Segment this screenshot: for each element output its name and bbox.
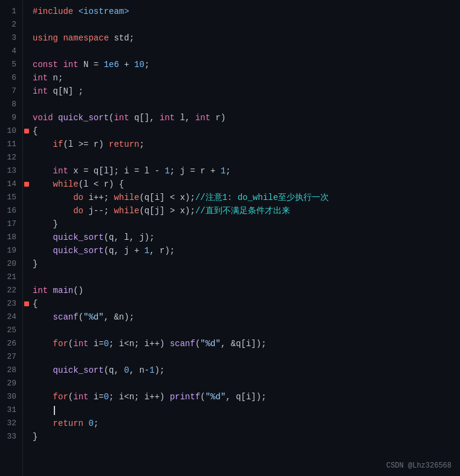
code-line: do i++; while(q[i] < x);//注意1: do_while至… bbox=[33, 191, 460, 204]
line-number: 25 bbox=[5, 324, 16, 337]
code-token: , n- bbox=[129, 364, 150, 377]
code-token: scanf bbox=[53, 310, 79, 324]
code-token: ; bbox=[144, 58, 149, 71]
code-token: main bbox=[53, 284, 74, 297]
line-number: 24 bbox=[5, 310, 16, 324]
code-line bbox=[33, 377, 460, 390]
code-line bbox=[33, 45, 460, 58]
code-token: x = q[l]; i = l - bbox=[73, 164, 164, 178]
code-token: i++; bbox=[83, 191, 114, 204]
code-token: 0 bbox=[88, 417, 93, 430]
code-token: int bbox=[33, 71, 53, 85]
code-token: ( bbox=[68, 390, 73, 404]
code-line bbox=[33, 404, 460, 417]
code-token: const bbox=[33, 58, 63, 71]
code-token: n; bbox=[53, 71, 63, 85]
line-number: 18 bbox=[5, 231, 16, 244]
code-line: using namespace std; bbox=[33, 31, 460, 45]
line-number: 2 bbox=[5, 18, 16, 31]
code-area: 1234567891011121314151617181920212223242… bbox=[0, 0, 460, 476]
line-number: 13 bbox=[5, 164, 16, 178]
code-token: ; bbox=[94, 417, 99, 430]
code-token: 1 bbox=[149, 364, 154, 377]
code-token: int bbox=[73, 337, 94, 350]
code-token: l, bbox=[180, 111, 195, 124]
code-line: quick_sort(q, j + 1, r); bbox=[33, 244, 460, 257]
code-token: 0 bbox=[104, 390, 109, 404]
line-number: 9 bbox=[5, 111, 16, 124]
code-line: int n; bbox=[33, 71, 460, 85]
line-number: 26 bbox=[5, 337, 16, 350]
code-token: scanf bbox=[170, 337, 195, 350]
code-line: do j--; while(q[j] > x);//直到不满足条件才出来 bbox=[33, 204, 460, 217]
code-token: quick_sort bbox=[53, 231, 104, 244]
code-token bbox=[33, 244, 53, 257]
code-token: { bbox=[33, 124, 37, 138]
code-token: quick_sort bbox=[53, 244, 104, 257]
code-token: , r); bbox=[149, 244, 175, 257]
code-token: 0 bbox=[124, 364, 129, 377]
code-token: int bbox=[33, 284, 53, 297]
code-token bbox=[33, 178, 53, 191]
line-number: 12 bbox=[5, 151, 16, 164]
code-token: int bbox=[53, 164, 74, 178]
code-line: return 0; bbox=[33, 417, 460, 430]
code-line: } bbox=[33, 217, 460, 231]
code-token: (q[j] > x); bbox=[139, 204, 195, 217]
line-number: 32 bbox=[5, 417, 16, 430]
code-token: int bbox=[195, 111, 216, 124]
line-number: 15 bbox=[5, 191, 16, 204]
code-token: ; bbox=[225, 164, 230, 178]
code-line: #include <iostream> bbox=[33, 5, 460, 18]
code-token bbox=[33, 417, 53, 430]
code-token: //直到不满足条件才出来 bbox=[195, 204, 290, 217]
code-token: (q, bbox=[104, 364, 125, 377]
code-token: ; j = r + bbox=[170, 164, 221, 178]
code-token: <iostream> bbox=[79, 5, 129, 18]
code-token: , &n); bbox=[104, 310, 134, 324]
code-token: quick_sort bbox=[58, 111, 109, 124]
code-token: ; bbox=[139, 138, 144, 151]
code-line: } bbox=[33, 257, 460, 271]
code-token: #include bbox=[33, 5, 79, 18]
code-line: int x = q[l]; i = l - 1; j = r + 1; bbox=[33, 164, 460, 178]
watermark: CSDN @Lhz326568 bbox=[386, 462, 452, 470]
code-token: quick_sort bbox=[53, 364, 104, 377]
code-token: 1e6 bbox=[104, 58, 119, 71]
code-token: i= bbox=[94, 390, 104, 404]
code-token: int bbox=[73, 390, 94, 404]
line-number: 17 bbox=[5, 217, 16, 231]
code-line: for(int i=0; i<n; i++) printf("%d", q[i]… bbox=[33, 390, 460, 404]
code-token: using bbox=[33, 31, 63, 45]
line-number: 3 bbox=[5, 31, 16, 45]
code-line: quick_sort(q, l, j); bbox=[33, 231, 460, 244]
code-token: int bbox=[114, 111, 134, 124]
line-number: 1 bbox=[5, 5, 16, 18]
code-token: while bbox=[53, 178, 79, 191]
code-token bbox=[33, 364, 53, 377]
code-token: r) bbox=[216, 111, 226, 124]
code-token: ( bbox=[68, 337, 73, 350]
code-token: 10 bbox=[134, 58, 144, 71]
code-token: (q, j + bbox=[104, 244, 144, 257]
code-token: std; bbox=[114, 31, 134, 45]
code-token bbox=[33, 231, 53, 244]
code-token: } bbox=[33, 217, 58, 231]
code-token: if bbox=[53, 138, 63, 151]
code-token: () bbox=[73, 284, 83, 297]
code-token: } bbox=[33, 257, 37, 271]
code-line: quick_sort(q, 0, n-1); bbox=[33, 364, 460, 377]
code-line: if(l >= r) return; bbox=[33, 138, 460, 151]
line-number: 8 bbox=[5, 98, 16, 111]
line-number: 11 bbox=[5, 138, 16, 151]
line-number: 21 bbox=[5, 271, 16, 284]
code-line bbox=[33, 18, 460, 31]
code-token: (q, l, j); bbox=[104, 231, 155, 244]
code-token: return bbox=[109, 138, 139, 151]
code-token: ; i<n; i++) bbox=[109, 337, 170, 350]
code-token: int bbox=[33, 85, 53, 98]
text-cursor bbox=[54, 406, 55, 415]
code-token: , q[i]); bbox=[225, 390, 266, 404]
line-number: 5 bbox=[5, 58, 16, 71]
code-token: (l >= r) bbox=[63, 138, 109, 151]
